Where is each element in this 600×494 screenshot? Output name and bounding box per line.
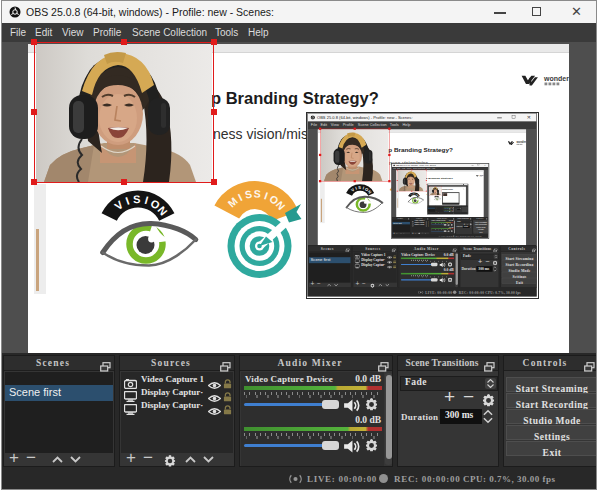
svg-text:wonders: wonders	[480, 175, 484, 176]
svg-text:S: S	[133, 193, 141, 205]
svg-text:wonders: wonders	[543, 75, 569, 82]
svg-text:S: S	[358, 185, 361, 190]
svg-text:wonders: wonders	[516, 140, 526, 144]
svg-text:S: S	[253, 187, 261, 199]
svg-text:wonders: wonders	[465, 188, 466, 189]
